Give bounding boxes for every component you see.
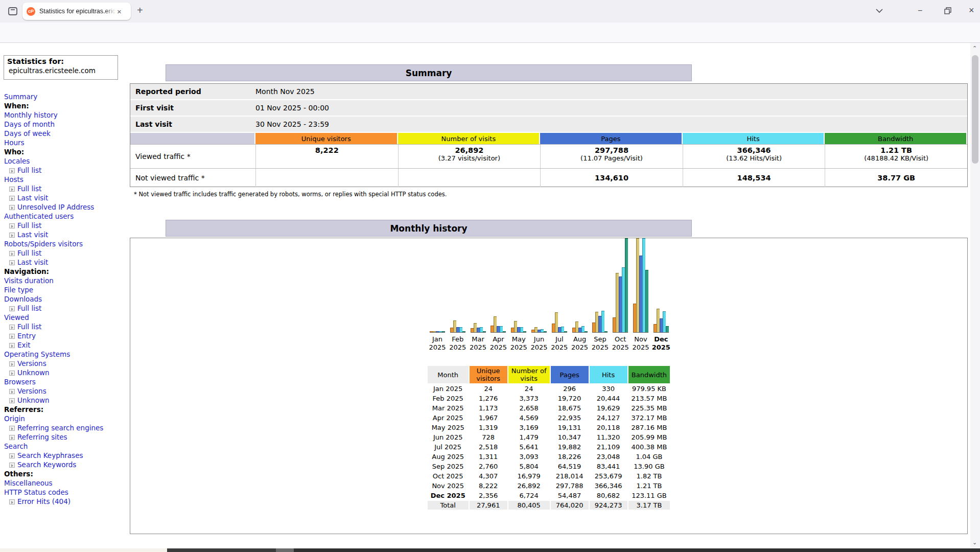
sidebar-item-full-list[interactable]: Full list: [4, 322, 129, 331]
chart-month-label: Apr2025: [487, 335, 509, 352]
sidebar-item-versions[interactable]: Versions: [4, 359, 129, 368]
sidebar-item-last-visit[interactable]: Last visit: [4, 193, 129, 202]
sidebar-item-versions[interactable]: Versions: [4, 386, 129, 396]
submenu-icon: [9, 499, 15, 504]
sidebar-item-others-: Others:: [4, 469, 129, 478]
summary-column-number-of-visits: Number of visits: [398, 133, 540, 144]
sidebar-item-unresolved-ip-address[interactable]: Unresolved IP Address: [4, 202, 129, 212]
sidebar-item-full-list[interactable]: Full list: [4, 166, 129, 175]
sidebar-item-monthly-history[interactable]: Monthly history: [4, 110, 129, 120]
sidebar-item-hosts[interactable]: Hosts: [4, 175, 129, 184]
sidebar-item-navigation-: Navigation:: [4, 267, 129, 276]
bar-bandwidth: [666, 326, 669, 332]
summary-title: Summary: [166, 64, 692, 81]
monthly-history-chart: Jan2025Feb2025Mar2025Apr2025May2025Jun20…: [130, 238, 967, 534]
statistics-for-box: Statistics for: epicultras.ericsteele.co…: [4, 55, 118, 80]
sidebar-item-exit[interactable]: Exit: [4, 340, 129, 350]
sidebar-item-summary[interactable]: Summary: [4, 92, 129, 101]
bar-bandwidth: [462, 331, 465, 332]
sidebar-item-when-: When:: [4, 101, 129, 110]
submenu-icon: [9, 435, 15, 440]
sidebar-item-full-list[interactable]: Full list: [4, 184, 129, 193]
sidebar-item-search-keywords[interactable]: Search Keywords: [4, 460, 129, 469]
sidebar-item-http-status-codes[interactable]: HTTP Status codes: [4, 488, 129, 497]
summary-column-hits: Hits: [683, 133, 824, 144]
bar-bandwidth: [523, 331, 526, 332]
window-close-button[interactable]: ×: [969, 5, 974, 16]
chart-month-label: Feb2025: [447, 335, 469, 352]
summary-value-cell: [398, 169, 541, 187]
sidebar-item-full-list[interactable]: Full list: [4, 221, 129, 230]
sidebar-item-full-list[interactable]: Full list: [4, 304, 129, 313]
sidebar-item-authenticated-users[interactable]: Authenticated users: [4, 212, 129, 221]
bar-bandwidth: [604, 331, 608, 332]
vertical-scrollbar[interactable]: ⌃ ⌄: [970, 43, 980, 552]
statistics-for-label: Statistics for:: [7, 57, 114, 65]
footnote: * Not viewed traffic includes traffic ge…: [134, 191, 447, 198]
sidebar-item-robots-spiders-visitors[interactable]: Robots/Spiders visitors: [4, 239, 129, 248]
new-tab-button[interactable]: +: [137, 5, 143, 16]
sidebar-item-unknown[interactable]: Unknown: [4, 396, 129, 405]
bar-bandwidth: [564, 331, 567, 332]
sidebar-item-locales[interactable]: Locales: [4, 156, 129, 166]
sidebar-item-file-type[interactable]: File type: [4, 285, 129, 294]
scroll-up-arrow[interactable]: ⌃: [972, 45, 977, 52]
chart-bar-group: [633, 238, 648, 333]
chart-bar-group: [511, 321, 526, 333]
firefox-view-icon[interactable]: [7, 6, 18, 17]
bottom-strip-dark1: [167, 548, 276, 552]
sidebar-item-who-: Who:: [4, 147, 129, 156]
sidebar-item-days-of-week[interactable]: Days of week: [4, 129, 129, 138]
sidebar-item-origin[interactable]: Origin: [4, 414, 129, 423]
tab-bar: cP Statistics for epicultras.ericsteele.…: [0, 0, 980, 22]
bottom-strip-light: [0, 548, 167, 552]
sidebar-item-referring-search-engines[interactable]: Referring search engines: [4, 423, 129, 432]
chart-month-label: Jun2025: [528, 335, 550, 352]
sidebar-item-full-list[interactable]: Full list: [4, 248, 129, 258]
chart-bar-group: [471, 323, 486, 333]
submenu-icon: [9, 223, 15, 228]
sidebar-item-unknown[interactable]: Unknown: [4, 368, 129, 377]
summary-column-pages: Pages: [540, 133, 682, 144]
scroll-down-arrow[interactable]: ⌄: [972, 539, 977, 546]
summary-value-cell: 134,610: [540, 169, 683, 187]
scrollbar-thumb[interactable]: [972, 55, 978, 164]
chart-bar-group: [592, 311, 608, 333]
summary-value-cell: 1.21 TB(48188.42 KB/Visit): [825, 145, 967, 168]
window-minimize-button[interactable]: −: [918, 6, 922, 15]
sidebar-item-error-hits-404-[interactable]: Error Hits (404): [4, 497, 129, 506]
chart-month-label: Dec2025: [650, 335, 672, 352]
sidebar-item-search-keyphrases[interactable]: Search Keyphrases: [4, 451, 129, 460]
sidebar-item-hours[interactable]: Hours: [4, 138, 129, 147]
bar-bandwidth: [503, 331, 506, 332]
sidebar-item-search[interactable]: Search: [4, 442, 129, 451]
submenu-icon: [9, 389, 15, 394]
browser-tab[interactable]: cP Statistics for epicultras.ericsteele.…: [22, 3, 131, 20]
sidebar-item-entry[interactable]: Entry: [4, 331, 129, 340]
chart-month-label: Jul2025: [548, 335, 571, 352]
sidebar-item-last-visit[interactable]: Last visit: [4, 258, 129, 267]
bar-bandwidth: [544, 331, 547, 332]
sidebar-item-browsers[interactable]: Browsers: [4, 377, 129, 386]
tab-title: Statistics for epicultras.ericsteele.com: [39, 8, 116, 15]
cpanel-icon: cP: [27, 7, 35, 16]
sidebar-item-referring-sites[interactable]: Referring sites: [4, 432, 129, 442]
sidebar-item-visits-duration[interactable]: Visits duration: [4, 276, 129, 285]
submenu-icon: [9, 196, 15, 201]
tab-close-icon[interactable]: ×: [117, 8, 122, 15]
submenu-icon: [9, 325, 15, 330]
sidebar-item-days-of-month[interactable]: Days of month: [4, 120, 129, 129]
sidebar-item-operating-systems[interactable]: Operating Systems: [4, 350, 129, 359]
sidebar-item-downloads[interactable]: Downloads: [4, 294, 129, 304]
summary-info-row: Last visit30 Nov 2025 - 23:59: [130, 117, 967, 132]
chart-bar-group: [572, 321, 588, 333]
bottom-strip-dark2: [294, 548, 980, 552]
submenu-icon: [9, 187, 15, 192]
summary-box: Reported periodMonth Nov 2025First visit…: [130, 83, 968, 187]
window-restore-button[interactable]: [944, 7, 951, 14]
sidebar-item-miscellaneous[interactable]: Miscellaneous: [4, 478, 129, 488]
tab-list-chevron-icon[interactable]: [876, 8, 883, 13]
sidebar-item-last-visit[interactable]: Last visit: [4, 230, 129, 239]
sidebar-menu: SummaryWhen:Monthly historyDays of month…: [4, 92, 129, 506]
sidebar-item-viewed[interactable]: Viewed: [4, 313, 129, 322]
